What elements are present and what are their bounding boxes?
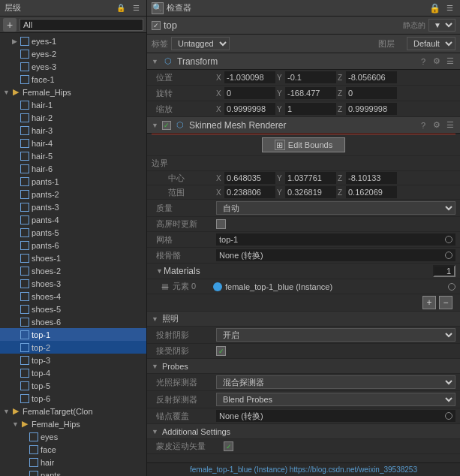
tree-item-pants-4[interactable]: pants-4	[0, 213, 146, 226]
receive-shadow-checkbox[interactable]: ✓	[216, 346, 226, 356]
extent-y-input[interactable]	[285, 186, 336, 198]
rotation-z-input[interactable]	[346, 87, 397, 99]
tree-item-shoes-2[interactable]: shoes-2	[0, 264, 146, 277]
bounds-label: 边界	[152, 158, 182, 169]
tree-item-shoes-4[interactable]: shoes-4	[0, 290, 146, 303]
skinned-mesh-enabled-checkbox[interactable]: ✓	[162, 121, 171, 130]
tree-item-hair-2[interactable]: hair-2	[0, 111, 146, 124]
tree-item-hair-3[interactable]: hair-3	[0, 124, 146, 137]
hierarchy-tree[interactable]: ▶eyes-1eyes-2eyes-3face-1▼▶Female_Hipsha…	[0, 33, 146, 476]
center-x-input[interactable]	[224, 172, 275, 184]
tree-item-top-1[interactable]: top-1	[0, 328, 146, 341]
material-remove-button[interactable]: −	[439, 296, 452, 309]
position-z-input[interactable]	[346, 71, 397, 83]
update-offscreen-checkbox[interactable]	[216, 219, 226, 229]
inspector-lock-icon[interactable]: 🔒	[428, 2, 440, 14]
edit-bounds-button[interactable]: ⊞ Edit Bounds	[262, 137, 345, 152]
tree-item-FemaleTarget_Hips[interactable]: ▼▶Female_Hips	[0, 417, 146, 430]
hierarchy-menu-icon[interactable]: ☰	[130, 2, 142, 14]
tree-item-eyes-2[interactable]: eyes-2	[0, 47, 146, 60]
cube-mesh-icon	[20, 343, 29, 352]
tree-item-eyes-3[interactable]: eyes-3	[0, 60, 146, 73]
tree-item-hair-1[interactable]: hair-1	[0, 98, 146, 111]
transform-help-icon[interactable]: ?	[418, 57, 428, 66]
gameobject-active-checkbox[interactable]: ✓	[152, 21, 161, 30]
hierarchy-search-input[interactable]	[20, 19, 143, 31]
material-ref-selector[interactable]	[448, 283, 455, 291]
tree-item-shoes-3[interactable]: shoes-3	[0, 277, 146, 290]
tag-dropdown[interactable]: Untagged	[171, 37, 230, 50]
tree-item-hair-4[interactable]: hair-4	[0, 137, 146, 149]
light-probe-dropdown[interactable]: 混合探测器	[216, 375, 455, 389]
center-label: 中心	[156, 173, 216, 184]
static-dropdown[interactable]: ▼	[428, 19, 455, 32]
tree-item-top-4[interactable]: top-4	[0, 366, 146, 379]
material-add-button[interactable]: +	[422, 296, 436, 309]
tree-item-hair-6[interactable]: hair-6	[0, 162, 146, 175]
cube-icon	[20, 113, 30, 123]
tree-item-ft-face[interactable]: face	[0, 443, 146, 456]
scale-z-input[interactable]	[346, 103, 397, 115]
skinned-mesh-menu-icon[interactable]: ☰	[445, 120, 455, 130]
materials-count-input[interactable]	[433, 265, 455, 277]
tree-item-top-3[interactable]: top-3	[0, 354, 146, 366]
extent-z-input[interactable]	[346, 186, 397, 198]
probes-section-header[interactable]: ▼ Probes	[147, 359, 460, 374]
transform-menu-icon[interactable]: ☰	[445, 56, 455, 66]
rotation-y-input[interactable]	[285, 87, 336, 99]
transform-component-header[interactable]: ▼ ⬡ Transform ? ⚙ ☰	[147, 53, 460, 70]
tree-item-shoes-6[interactable]: shoes-6	[0, 315, 146, 328]
skinned-motion-checkbox[interactable]: ✓	[224, 441, 233, 451]
cube-icon	[20, 227, 30, 238]
skinned-mesh-help-icon[interactable]: ?	[418, 121, 428, 130]
layer-dropdown[interactable]: Default	[407, 37, 455, 50]
anchor-ref-selector[interactable]	[445, 412, 452, 420]
tree-item-pants-2[interactable]: pants-2	[0, 188, 146, 200]
cast-shadow-dropdown[interactable]: 开启	[216, 328, 455, 342]
tree-item-pants-6[interactable]: pants-6	[0, 239, 146, 252]
gameobject-name-input[interactable]	[164, 20, 400, 31]
cube-icon	[20, 355, 30, 366]
reflect-probe-dropdown[interactable]: Blend Probes	[216, 393, 455, 406]
scale-x-input[interactable]	[224, 103, 275, 115]
scale-y-input[interactable]	[285, 103, 336, 115]
cube-mesh-icon	[20, 228, 29, 237]
lighting-section-header[interactable]: ▼ 照明	[147, 312, 460, 327]
tree-item-eyes-1[interactable]: ▶eyes-1	[0, 35, 146, 47]
tree-item-shoes-5[interactable]: shoes-5	[0, 303, 146, 315]
tree-item-FemaleTarget[interactable]: ▼▶FemaleTarget(Clon	[0, 405, 146, 417]
additional-settings-section-header[interactable]: ▼ Additional Settings	[147, 424, 460, 439]
transform-settings-icon[interactable]: ⚙	[431, 56, 442, 66]
center-z-input[interactable]	[346, 172, 397, 184]
hierarchy-lock-icon[interactable]: 🔒	[115, 2, 127, 14]
tree-item-top-2[interactable]: top-2	[0, 341, 146, 354]
quality-dropdown[interactable]: 自动	[216, 201, 455, 215]
rotation-x-input[interactable]	[224, 87, 275, 99]
inspector-menu-icon[interactable]: ☰	[443, 2, 455, 14]
extent-x-input[interactable]	[224, 186, 275, 198]
tree-item-face-1[interactable]: face-1	[0, 73, 146, 86]
tree-item-Female_Hips[interactable]: ▼▶Female_Hips	[0, 86, 146, 98]
tree-item-hair-5[interactable]: hair-5	[0, 149, 146, 162]
tree-item-label: FemaleTarget(Clon	[23, 407, 93, 416]
tree-item-pants-5[interactable]: pants-5	[0, 226, 146, 239]
tree-item-top-5[interactable]: top-5	[0, 379, 146, 392]
position-y-input[interactable]	[285, 71, 336, 83]
tree-item-pants-1[interactable]: pants-1	[0, 175, 146, 188]
tree-item-top-6[interactable]: top-6	[0, 392, 146, 405]
position-x-input[interactable]	[224, 71, 275, 83]
tree-item-pants-3[interactable]: pants-3	[0, 200, 146, 213]
add-gameobject-button[interactable]: +	[3, 18, 17, 32]
root-bone-ref-selector[interactable]	[445, 252, 452, 259]
update-offscreen-label: 高屏时更新	[156, 218, 216, 230]
tree-item-ft-eyes[interactable]: eyes	[0, 430, 146, 443]
tree-item-ft-hair[interactable]: hair	[0, 456, 146, 468]
tree-item-ft-pants[interactable]: pants	[0, 468, 146, 476]
skinned-mesh-settings-icon[interactable]: ⚙	[431, 120, 442, 130]
tree-item-shoes-1[interactable]: shoes-1	[0, 252, 146, 264]
skinned-mesh-component-header[interactable]: ▼ ✓ ⬡ Skinned Mesh Renderer ? ⚙ ☰	[147, 117, 460, 134]
tree-item-label: pants-2	[32, 190, 59, 199]
center-y-input[interactable]	[285, 172, 336, 184]
mesh-ref-selector[interactable]	[445, 236, 452, 243]
bottom-bar: female_top-1_blue (Instance) https://blo…	[147, 462, 460, 476]
